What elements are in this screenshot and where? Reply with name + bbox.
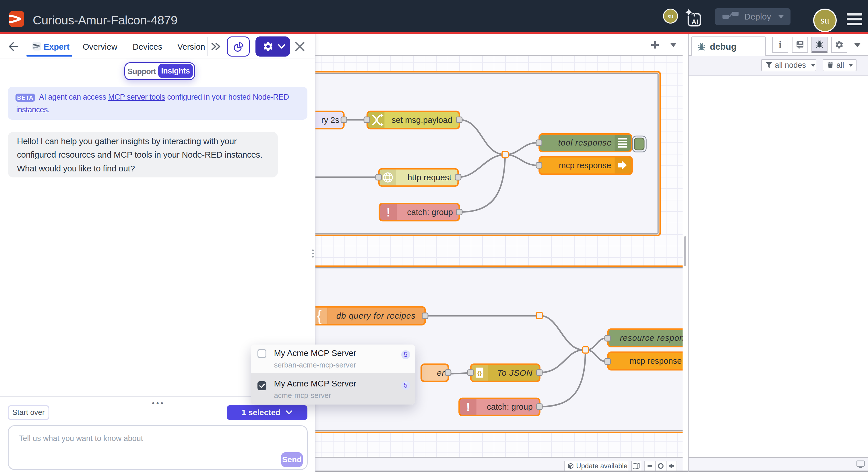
svg-text:tool response: tool response [558,138,612,147]
svg-text:ry 2s: ry 2s [321,115,339,125]
svg-text:resource response: resource response [620,333,683,343]
svg-text:!: ! [466,400,470,414]
svg-text:{}: {} [477,370,482,376]
svg-text:db query for recipes: db query for recipes [336,311,415,320]
svg-text:http request: http request [407,173,451,182]
svg-text:er: er [437,368,445,378]
svg-text:set msg.payload: set msg.payload [392,115,452,125]
svg-text:catch: group: catch: group [487,402,533,411]
svg-text:mcp response: mcp response [559,161,611,170]
svg-text:AI: AI [691,18,699,26]
svg-text:mcp response: mcp response [629,356,682,365]
svg-text:To JSON: To JSON [497,368,533,378]
svg-text:{: { [317,307,321,324]
svg-text:!: ! [386,206,391,219]
svg-text:catch: group: catch: group [407,208,453,217]
